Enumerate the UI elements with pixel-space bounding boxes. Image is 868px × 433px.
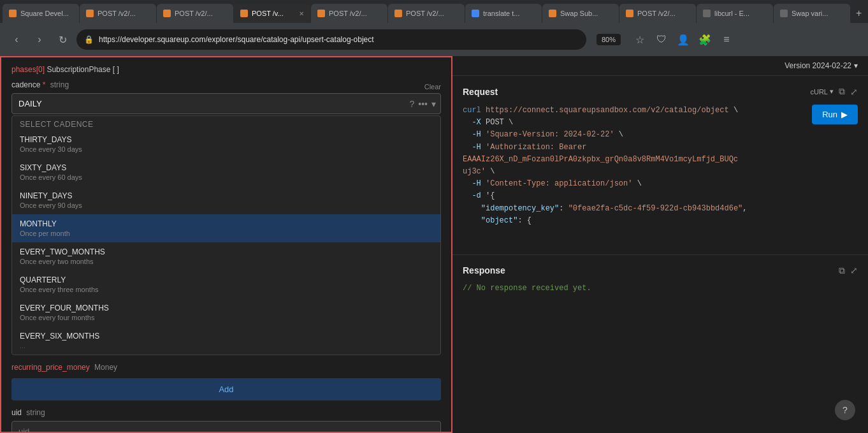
- request-code: curl https://connect.squareupsandbox.com…: [463, 105, 812, 227]
- tab-favicon-5: [317, 10, 325, 17]
- shield-icon[interactable]: 🛡: [653, 31, 670, 48]
- cadence-option-every-two-months[interactable]: EVERY_TWO_MONTHS Once every two months: [12, 242, 440, 270]
- add-btn-row: Add: [11, 378, 441, 400]
- address-bar[interactable]: 🔒 https://developer.squareup.com/explore…: [76, 29, 586, 50]
- tab-label-3: POST /v2/...: [175, 10, 213, 17]
- cadence-option-quarterly[interactable]: QUARTERLY Once every three months: [12, 270, 440, 298]
- tab-favicon-11: [780, 10, 788, 17]
- cadence-field: cadence * string Clear ? ••• ▾: [11, 80, 441, 355]
- response-comment: // No response received yet.: [463, 284, 858, 293]
- request-header: Request cURL ▾ ⧉ ⤢: [463, 86, 858, 97]
- run-icon: ▶: [841, 110, 848, 119]
- curl-badge[interactable]: cURL ▾: [810, 87, 834, 96]
- tab-favicon-2: [86, 10, 94, 17]
- version-label: Version 2024-02-22: [785, 61, 851, 70]
- right-panel: Version 2024-02-22 ▾ Request cURL ▾ ⧉ ⤢: [452, 56, 868, 433]
- expand-request-icon[interactable]: ⤢: [850, 87, 858, 97]
- bookmark-icon[interactable]: ☆: [631, 31, 649, 48]
- clear-button[interactable]: Clear: [424, 83, 441, 91]
- extensions-icon[interactable]: 🧩: [696, 31, 714, 48]
- tab-3[interactable]: POST /v2/...: [157, 4, 233, 23]
- tab-favicon-1: [9, 10, 17, 17]
- cadence-label: cadence * string: [11, 80, 69, 89]
- cadence-option-sixty-days[interactable]: SIXTY_DAYS Once every 60 days: [12, 158, 440, 186]
- request-section: Request cURL ▾ ⧉ ⤢ curl https://connect.…: [452, 76, 868, 255]
- forward-btn[interactable]: ›: [31, 31, 48, 48]
- reload-btn[interactable]: ↻: [54, 31, 71, 48]
- chevron-down-icon[interactable]: ▾: [431, 99, 436, 109]
- curl-chevron: ▾: [830, 87, 834, 96]
- more-icon[interactable]: •••: [418, 99, 428, 109]
- cadence-option-monthly[interactable]: MONTHLY Once per month: [12, 214, 440, 242]
- uid-field: uid string: [11, 408, 441, 432]
- tab-close-4[interactable]: ✕: [299, 10, 304, 17]
- cadence-input[interactable]: [11, 93, 441, 114]
- request-tools: cURL ▾ ⧉ ⤢: [810, 86, 858, 97]
- tab-label-5: POST /v2/...: [329, 10, 367, 17]
- run-button[interactable]: Run ▶: [812, 105, 858, 124]
- tab-favicon-3: [163, 10, 171, 17]
- form-area: phases[0] SubscriptionPhase [ ] cadence …: [1, 57, 451, 432]
- tab-label-7: translate t...: [483, 10, 519, 17]
- menu-icon[interactable]: ≡: [718, 31, 735, 48]
- version-bar: Version 2024-02-22 ▾: [452, 56, 868, 76]
- phases-label: phases[0]: [11, 65, 45, 74]
- select-cadence-label: SELECT CADENCE: [12, 116, 440, 130]
- version-selector[interactable]: Version 2024-02-22 ▾: [785, 61, 858, 70]
- help-button[interactable]: ?: [835, 400, 855, 420]
- cadence-option-thirty-days[interactable]: THIRTY_DAYS Once every 30 days: [12, 130, 440, 158]
- tab-8[interactable]: Swap Sub...: [542, 4, 619, 23]
- tab-label-8: Swap Sub...: [560, 10, 598, 17]
- back-btn[interactable]: ‹: [8, 31, 25, 48]
- tab-favicon-8: [549, 10, 556, 17]
- tab-7[interactable]: translate t...: [465, 4, 542, 23]
- left-panel: phases[0] SubscriptionPhase [ ] cadence …: [0, 56, 452, 433]
- tab-bar: Square Devel... POST /v2/... POST /v2/..…: [0, 0, 868, 23]
- security-icon: 🔒: [84, 35, 94, 44]
- expand-response-icon[interactable]: ⤢: [850, 265, 858, 275]
- tab-favicon-7: [472, 10, 479, 17]
- add-button[interactable]: Add: [11, 378, 441, 400]
- uid-label: uid string: [11, 408, 441, 417]
- response-section: Response ⧉ ⤢ // No response received yet…: [452, 255, 868, 434]
- tab-label-2: POST /v2/...: [98, 10, 136, 17]
- tab-label-1: Square Devel...: [20, 10, 69, 17]
- account-icon[interactable]: 👤: [674, 31, 692, 48]
- cadence-option-every-four-months[interactable]: EVERY_FOUR_MONTHS Once every four months: [12, 298, 440, 327]
- response-header: Response ⧉ ⤢: [463, 265, 858, 276]
- phases-type: SubscriptionPhase [ ]: [47, 65, 119, 74]
- copy-response-icon[interactable]: ⧉: [839, 265, 845, 276]
- recurring-price-label: recurring_price_money Money: [11, 363, 441, 372]
- tab-6[interactable]: POST /v2/...: [388, 4, 465, 23]
- tab-9[interactable]: POST /v2/...: [619, 4, 696, 23]
- tab-10[interactable]: libcurl - E...: [697, 4, 773, 23]
- tab-4[interactable]: POST /v... ✕: [234, 4, 310, 23]
- tab-11[interactable]: Swap vari...: [774, 4, 850, 23]
- cadence-input-wrapper: ? ••• ▾: [11, 93, 441, 114]
- zoom-badge[interactable]: 80%: [597, 34, 621, 45]
- tab-label-4: POST /v...: [252, 10, 284, 17]
- cadence-required: *: [43, 80, 46, 89]
- tab-1[interactable]: Square Devel...: [3, 4, 79, 23]
- response-tools: ⧉ ⤢: [839, 265, 858, 276]
- tab-label-6: POST /v2/...: [406, 10, 444, 17]
- cadence-type: string: [50, 80, 69, 89]
- cadence-input-icons: ? ••• ▾: [409, 99, 436, 109]
- copy-request-icon[interactable]: ⧉: [839, 86, 845, 97]
- cadence-option-every-six-months[interactable]: EVERY_SIX_MONTHS ...: [12, 327, 440, 355]
- tab-favicon-6: [394, 10, 402, 17]
- new-tab-btn[interactable]: +: [851, 4, 867, 23]
- tab-5[interactable]: POST /v2/...: [311, 4, 387, 23]
- tab-favicon-9: [626, 10, 633, 17]
- tab-favicon-4: [240, 10, 248, 17]
- uid-input[interactable]: [11, 421, 441, 432]
- tab-2[interactable]: POST /v2/...: [80, 4, 156, 23]
- request-title: Request: [463, 87, 498, 97]
- toolbar-icons: ☆ 🛡 👤 🧩 ≡: [631, 31, 735, 48]
- main-content: phases[0] SubscriptionPhase [ ] cadence …: [0, 56, 868, 433]
- cadence-option-ninety-days[interactable]: NINETY_DAYS Once every 90 days: [12, 186, 440, 214]
- help-icon[interactable]: ?: [409, 99, 414, 109]
- address-text: https://developer.squareup.com/explorer/…: [99, 35, 579, 44]
- response-title: Response: [463, 265, 505, 275]
- tab-label-11: Swap vari...: [792, 10, 828, 17]
